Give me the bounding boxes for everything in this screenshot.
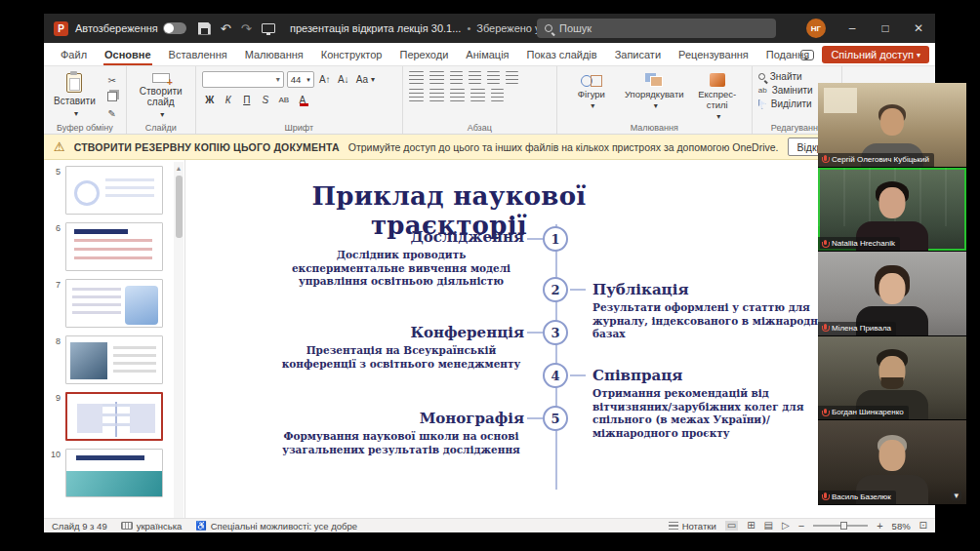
notes-toggle[interactable]: Нотатки xyxy=(669,521,716,531)
italic-button[interactable]: К xyxy=(221,92,236,107)
arrange-button[interactable]: Упорядкувати xyxy=(625,71,684,121)
language-selector[interactable]: українська xyxy=(121,521,183,531)
numbering-icon[interactable] xyxy=(429,71,444,84)
thumbnail-number: 10 xyxy=(48,449,61,497)
thumbnail-scrollbar[interactable]: ▲ xyxy=(174,162,184,518)
save-icon[interactable] xyxy=(198,22,211,35)
zoom-slider-thumb[interactable] xyxy=(840,522,847,530)
slide-counter: Слайд 9 з 49 xyxy=(52,521,107,531)
participant-tile[interactable]: Сергій Олегович Кубіцький xyxy=(818,83,966,168)
bullets-icon[interactable] xyxy=(409,71,424,84)
align-right-icon[interactable] xyxy=(450,89,465,101)
minimize-button[interactable]: – xyxy=(836,14,869,43)
silhouette xyxy=(879,273,906,304)
search-input[interactable]: Пошук xyxy=(537,19,776,38)
cut-icon[interactable]: ✂ xyxy=(104,73,120,87)
maximize-button[interactable]: □ xyxy=(869,14,902,43)
align-left-icon[interactable] xyxy=(409,89,424,101)
select-icon xyxy=(758,99,766,109)
autosave-control[interactable]: Автозбереження xyxy=(75,22,186,34)
collapse-videos-icon[interactable]: ▾ xyxy=(951,491,961,500)
thumbnail-preview xyxy=(66,223,162,270)
timeline-step-research[interactable]: Дослідження Дослідник проводить експерим… xyxy=(278,228,524,289)
comments-icon[interactable] xyxy=(800,50,814,60)
accessibility-checker[interactable]: ♿ Спеціальні можливості: усе добре xyxy=(195,521,357,531)
paste-button[interactable]: Вставити xyxy=(50,71,100,121)
participant-name-tag: Богдан Шинкаренко xyxy=(818,406,909,419)
participant-tile[interactable]: Мілена Привала xyxy=(818,252,966,336)
normal-view-icon[interactable]: ▭ xyxy=(725,521,738,531)
participant-tile-active-speaker[interactable]: Nataliia Hrechanik xyxy=(818,168,966,253)
text-shadow-button[interactable]: S xyxy=(258,92,273,107)
decrease-indent-icon[interactable] xyxy=(450,71,463,84)
copy-icon[interactable] xyxy=(104,90,120,103)
tab-transitions[interactable]: Переходи xyxy=(390,43,457,65)
timeline-step-cooperation[interactable]: Співпраця Отримання рекомендацій від віт… xyxy=(592,367,837,441)
notes-label: Нотатки xyxy=(682,521,716,531)
tab-animations[interactable]: Анімація xyxy=(457,43,517,65)
shrink-font-icon[interactable]: А↓ xyxy=(336,72,351,88)
font-name-select[interactable] xyxy=(202,71,284,88)
tab-insert[interactable]: Вставлення xyxy=(160,43,236,65)
zoom-in-icon[interactable]: + xyxy=(877,520,882,531)
participant-tile[interactable]: Богдан Шинкаренко xyxy=(818,336,966,421)
slideshow-view-icon[interactable]: ▷ xyxy=(782,521,790,531)
zoom-level[interactable]: 58% xyxy=(892,521,911,531)
bold-button[interactable]: Ж xyxy=(202,92,218,107)
font-size-value: 44 xyxy=(291,74,302,85)
undo-icon[interactable]: ↶ xyxy=(221,22,231,35)
reading-view-icon[interactable]: ▤ xyxy=(764,521,773,531)
tab-file[interactable]: Файл xyxy=(52,43,96,65)
share-button[interactable]: Спільний доступ xyxy=(822,46,929,63)
scrollbar-thumb[interactable] xyxy=(176,176,183,238)
present-display-icon[interactable] xyxy=(262,23,275,33)
step-heading: Публікація xyxy=(592,281,837,298)
font-color-button[interactable]: А xyxy=(295,92,310,107)
columns-icon[interactable] xyxy=(491,89,504,101)
find-label: Знайти xyxy=(770,71,802,82)
thumbnail-slide-8[interactable]: 8 xyxy=(48,335,171,384)
change-case-icon[interactable]: Аа xyxy=(354,72,377,88)
thumbnail-slide-7[interactable]: 7 xyxy=(48,279,171,328)
zoom-out-icon[interactable]: − xyxy=(798,520,804,531)
find-button[interactable]: Знайти xyxy=(758,71,836,82)
fit-to-window-icon[interactable]: ⊡ xyxy=(919,521,927,531)
thumbnail-slide-9-selected[interactable]: 9 xyxy=(48,392,171,441)
user-avatar[interactable]: НГ xyxy=(806,19,826,38)
timeline-step-conference[interactable]: Конференція Презентація на Всеукраїнські… xyxy=(278,324,524,371)
align-center-icon[interactable] xyxy=(429,89,444,101)
shapes-button[interactable]: Фігури xyxy=(563,71,620,121)
tab-record[interactable]: Записати xyxy=(606,43,670,65)
scroll-up-icon[interactable]: ▲ xyxy=(174,162,184,174)
justify-icon[interactable] xyxy=(470,89,485,101)
line-spacing-icon[interactable] xyxy=(487,71,500,84)
thumbnail-preview xyxy=(66,280,162,327)
tab-review[interactable]: Рецензування xyxy=(670,43,757,65)
font-size-select[interactable]: 44▾ xyxy=(287,71,314,88)
tab-design[interactable]: Конструктор xyxy=(312,43,391,65)
grow-font-icon[interactable]: А↑ xyxy=(317,72,333,88)
thumbnail-number: 6 xyxy=(48,222,61,271)
slide-sorter-view-icon[interactable]: ⊞ xyxy=(747,521,755,531)
autosave-toggle[interactable] xyxy=(163,22,186,34)
thumbnail-slide-10[interactable]: 10 xyxy=(48,449,171,497)
text-direction-icon[interactable] xyxy=(506,71,518,84)
thumbnail-slide-6[interactable]: 6 xyxy=(48,222,171,271)
close-button[interactable]: ✕ xyxy=(902,14,935,43)
character-spacing-icon[interactable]: АВ xyxy=(276,92,292,107)
zoom-slider[interactable] xyxy=(813,525,868,527)
redo-icon[interactable]: ↷ xyxy=(241,22,252,35)
quick-styles-button[interactable]: Експрес-стилі xyxy=(689,71,746,121)
format-painter-icon[interactable]: ✎ xyxy=(104,106,120,120)
thumbnail-number: 7 xyxy=(48,279,61,328)
tab-home[interactable]: Основне xyxy=(96,43,160,65)
underline-button[interactable]: П xyxy=(239,92,255,107)
timeline-step-publication[interactable]: Публікація Результати оформлені у статтю… xyxy=(592,281,837,341)
participant-tile[interactable]: Василь Базелюк ▾ xyxy=(818,420,966,505)
tab-draw[interactable]: Малювання xyxy=(236,43,312,65)
new-slide-button[interactable]: Створити слайд xyxy=(133,71,189,121)
increase-indent-icon[interactable] xyxy=(469,71,481,84)
tab-slideshow[interactable]: Показ слайдів xyxy=(518,43,606,65)
thumbnail-slide-5[interactable]: 5 xyxy=(48,166,171,215)
timeline-step-monograph[interactable]: Монографія Формування наукової школи на … xyxy=(278,410,524,456)
